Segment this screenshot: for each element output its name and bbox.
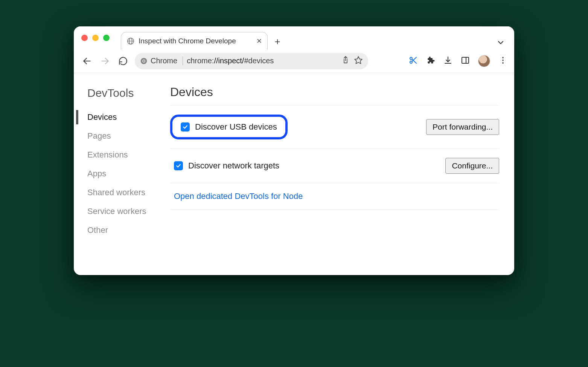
menu-button[interactable] [498, 56, 507, 66]
chip-label: Chrome [151, 57, 177, 65]
network-row: Discover network targets Configure... [170, 149, 499, 183]
tabs-dropdown-button[interactable] [496, 38, 505, 49]
side-panel-icon[interactable] [461, 56, 470, 66]
browser-window: Inspect with Chrome Develope ✕ + Chrome [74, 26, 514, 275]
site-chip[interactable]: Chrome [140, 57, 183, 65]
configure-button[interactable]: Configure... [445, 158, 499, 174]
highlight-annotation: Discover USB devices [170, 115, 288, 139]
sidebar-item-apps[interactable]: Apps [87, 164, 168, 183]
profile-avatar[interactable] [478, 55, 490, 67]
page-content: DevTools Devices Pages Extensions Apps S… [74, 73, 514, 275]
svg-point-14 [502, 57, 504, 58]
traffic-lights [81, 35, 110, 41]
url-text: chrome://inspect/#devices [187, 57, 337, 65]
svg-rect-12 [462, 57, 469, 63]
toolbar: Chrome chrome://inspect/#devices [74, 49, 514, 73]
window-maximize-button[interactable] [103, 35, 110, 41]
address-bar[interactable]: Chrome chrome://inspect/#devices [135, 53, 368, 69]
sidebar-item-extensions[interactable]: Extensions [87, 145, 168, 164]
check-icon [175, 163, 181, 169]
page-title: Devices [170, 85, 499, 106]
sidebar-item-devices[interactable]: Devices [87, 108, 168, 127]
share-icon[interactable] [341, 55, 350, 66]
svg-point-16 [502, 62, 504, 64]
toolbar-right [409, 55, 507, 67]
usb-row: Discover USB devices Port forwarding... [170, 106, 499, 149]
window-minimize-button[interactable] [92, 35, 99, 41]
downloads-icon[interactable] [443, 56, 452, 66]
port-forwarding-button[interactable]: Port forwarding... [426, 119, 499, 135]
usb-label: Discover USB devices [195, 122, 277, 132]
extensions-icon[interactable] [426, 56, 435, 66]
sidebar-item-other[interactable]: Other [87, 221, 168, 240]
check-icon [182, 124, 188, 130]
network-label: Discover network targets [188, 161, 279, 171]
sidebar: DevTools Devices Pages Extensions Apps S… [74, 73, 168, 275]
sidebar-title: DevTools [87, 87, 168, 99]
sidebar-item-service-workers[interactable]: Service workers [87, 202, 168, 221]
bookmark-star-icon[interactable] [354, 55, 363, 66]
svg-point-6 [143, 60, 145, 62]
chrome-icon [140, 57, 148, 65]
tab-close-button[interactable]: ✕ [256, 37, 262, 45]
sidebar-item-pages[interactable]: Pages [87, 127, 168, 145]
reload-button[interactable] [117, 55, 129, 67]
usb-checkbox[interactable] [181, 122, 190, 132]
browser-tab[interactable]: Inspect with Chrome Develope ✕ [121, 32, 268, 49]
sidebar-item-shared-workers[interactable]: Shared workers [87, 183, 168, 202]
forward-button[interactable] [99, 55, 111, 67]
svg-marker-7 [355, 57, 362, 64]
back-button[interactable] [81, 55, 93, 67]
tab-strip: Inspect with Chrome Develope ✕ + [121, 26, 514, 49]
scissors-icon[interactable] [409, 56, 418, 66]
window-close-button[interactable] [81, 35, 88, 41]
main-panel: Devices Discover USB devices Port forwar… [168, 73, 514, 275]
tab-title: Inspect with Chrome Develope [139, 37, 253, 45]
open-node-devtools-link[interactable]: Open dedicated DevTools for Node [174, 191, 303, 201]
svg-point-15 [502, 60, 504, 61]
network-checkbox[interactable] [174, 161, 183, 170]
titlebar: Inspect with Chrome Develope ✕ + [74, 26, 514, 49]
new-tab-button[interactable]: + [270, 36, 285, 47]
globe-icon [126, 37, 135, 45]
node-link-row: Open dedicated DevTools for Node [170, 183, 499, 210]
